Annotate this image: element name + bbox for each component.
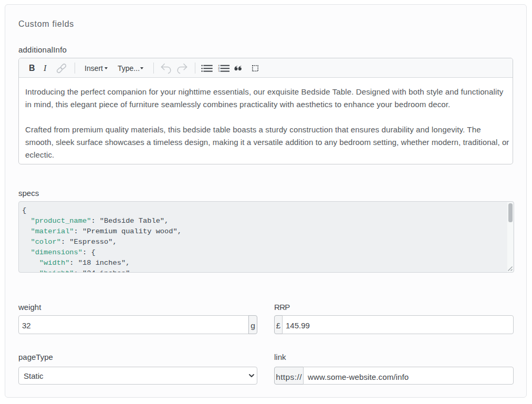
svg-text:3: 3 xyxy=(218,69,220,72)
